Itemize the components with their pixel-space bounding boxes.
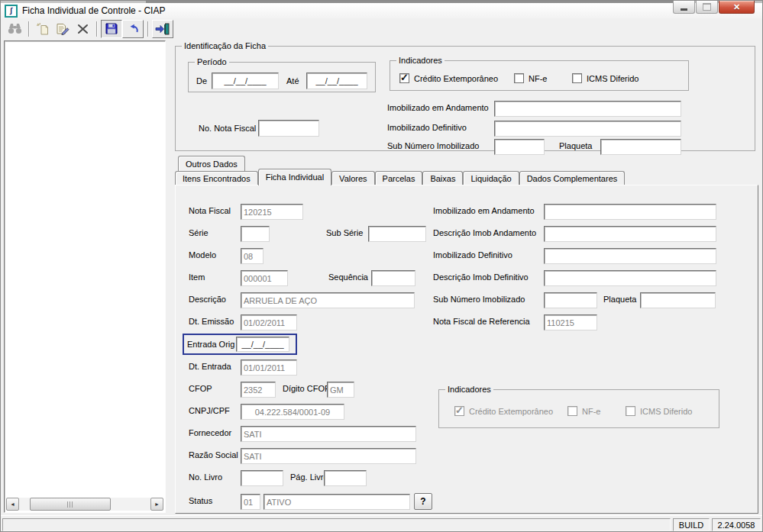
nota-fiscal-input[interactable] [241, 204, 303, 220]
modelo-label: Modelo [189, 250, 216, 260]
exit-button[interactable] [152, 20, 173, 38]
item-input[interactable] [241, 270, 288, 286]
no-livro-input[interactable] [241, 470, 283, 486]
window-controls: ✕ [673, 1, 755, 14]
undo-button[interactable] [122, 20, 144, 38]
binoculars-icon [8, 23, 22, 34]
desc-imob-andamento-input[interactable] [544, 226, 716, 242]
checkbox-box[interactable] [626, 406, 635, 416]
sequencia-input[interactable] [371, 270, 415, 286]
checkbox-box[interactable] [399, 73, 409, 83]
save-button[interactable] [101, 20, 122, 38]
modelo-input[interactable] [241, 248, 263, 264]
maximize-button[interactable] [696, 1, 718, 14]
imob-andamento-input[interactable] [494, 101, 681, 117]
tab-parcelas[interactable]: Parcelas [375, 171, 423, 185]
indicadores-group: Indicadores Crédito Extemporâneo NF-e IC… [390, 56, 689, 91]
status-help-button[interactable]: ? [414, 493, 432, 510]
undo-arrow-icon [127, 24, 140, 34]
scroll-left-button[interactable]: ◄ [6, 498, 19, 511]
delete-button[interactable] [73, 20, 92, 38]
app-icon[interactable]: ∫ [5, 5, 18, 18]
cfop-input[interactable] [241, 382, 276, 398]
status-code-input[interactable] [241, 494, 260, 510]
scroll-right-icon: ► [154, 501, 160, 507]
dt-entrada-input[interactable] [241, 360, 297, 376]
descricao-input[interactable] [241, 292, 415, 308]
periodo-ate-input[interactable] [306, 73, 367, 89]
search-button[interactable] [5, 20, 24, 38]
imob-definitivo2-input[interactable] [544, 248, 716, 264]
scrollbar-thumb[interactable] [30, 498, 112, 511]
nf-referencia-input[interactable] [544, 314, 597, 330]
imob-definitivo-input[interactable] [494, 121, 681, 137]
pag-livro-input[interactable] [324, 470, 367, 486]
sub-numero2-input[interactable] [544, 292, 597, 308]
tab-valores[interactable]: Valores [331, 171, 374, 185]
no-nota-fiscal-input[interactable] [258, 120, 319, 137]
new-document-icon [37, 23, 50, 35]
desc-imob-definitivo-input[interactable] [544, 270, 716, 286]
edit-document-icon [56, 23, 70, 35]
periodo-legend: Período [195, 57, 229, 66]
periodo-ate-label: Até [286, 76, 299, 85]
delete-x-icon [77, 24, 89, 34]
scroll-right-button[interactable]: ► [150, 498, 163, 511]
entrada-orig-input[interactable] [236, 337, 289, 352]
tab-itens-encontrados[interactable]: Itens Encontrados [175, 171, 258, 185]
checkbox-box[interactable] [514, 73, 524, 83]
imob-definitivo2-label: Imobilizado Definitivo [433, 250, 512, 260]
tab-baixas[interactable]: Baixas [422, 171, 463, 185]
form-indicadores-legend: Indicadores [445, 385, 493, 394]
checkbox-icms-diferido[interactable]: ICMS Diferido [572, 73, 639, 83]
dt-emissao-input[interactable] [241, 314, 297, 330]
razao-social-input[interactable] [241, 448, 416, 464]
plaqueta-input[interactable] [600, 139, 681, 155]
scrollbar-grip-icon [67, 501, 74, 508]
entrada-orig-focus-box: Entrada Orig [183, 334, 297, 355]
sub-numero-input[interactable] [494, 139, 545, 155]
periodo-de-label: De [196, 76, 207, 85]
status-desc-input[interactable] [263, 494, 410, 510]
sub-serie-input[interactable] [368, 226, 426, 242]
tab-ficha-individual[interactable]: Ficha Individual [258, 169, 331, 185]
tab-liquidacao[interactable]: Liquidação [463, 171, 519, 185]
checkbox-label: NF-e [582, 407, 600, 416]
minimize-button[interactable] [673, 1, 695, 14]
horizontal-scrollbar[interactable]: ◄ ► [6, 498, 163, 511]
digito-cfop-input[interactable] [327, 382, 354, 398]
edit-button[interactable] [53, 20, 73, 38]
exit-door-icon [155, 23, 170, 35]
dt-emissao-label: Dt. Emissão [189, 317, 234, 326]
imob-andamento2-input[interactable] [544, 204, 716, 220]
sub-serie-label: Sub Série [326, 228, 363, 237]
form-checkbox-nfe[interactable]: NF-e [567, 406, 600, 416]
form-checkbox-credito-extemporaneo[interactable]: Crédito Extemporâneo [454, 406, 553, 416]
serie-input[interactable] [241, 226, 270, 242]
maximize-icon [703, 3, 711, 11]
fornecedor-input[interactable] [241, 426, 416, 442]
status-label: Status [189, 496, 212, 505]
new-button[interactable] [33, 20, 53, 38]
records-listbox[interactable]: ◄ ► [4, 40, 166, 513]
checkbox-box[interactable] [572, 73, 582, 83]
app-window: ∫ Ficha Individual de Controle - CIAP ✕ [0, 0, 763, 532]
close-button[interactable]: ✕ [719, 1, 755, 14]
pag-livro-label: Pág. Livro [290, 472, 328, 482]
tab-outros-dados[interactable]: Outros Dados [178, 156, 245, 171]
toolbar-separator [96, 21, 97, 37]
serie-label: Série [189, 228, 209, 237]
checkbox-box[interactable] [454, 406, 464, 416]
tab-dados-complementares[interactable]: Dados Complementares [519, 171, 626, 185]
periodo-de-input[interactable] [212, 73, 279, 89]
no-livro-label: No. Livro [189, 472, 222, 482]
scrollbar-track[interactable] [19, 498, 150, 511]
cnpj-cpf-input[interactable] [241, 404, 344, 420]
checkbox-credito-extemporaneo[interactable]: Crédito Extemporâneo [399, 73, 498, 83]
toolbar-separator [147, 21, 148, 37]
plaqueta2-input[interactable] [640, 292, 716, 308]
checkbox-box[interactable] [567, 406, 577, 416]
checkbox-nfe[interactable]: NF-e [514, 73, 547, 83]
form-checkbox-icms-diferido[interactable]: ICMS Diferido [626, 406, 692, 416]
status-bar-build-cell: BUILD [673, 518, 710, 531]
